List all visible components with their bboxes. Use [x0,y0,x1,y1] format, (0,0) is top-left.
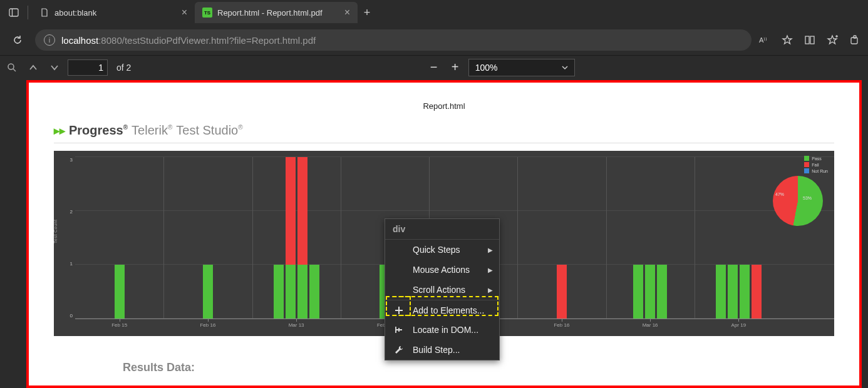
zoom-out-button[interactable]: − [426,59,442,76]
svg-rect-4 [810,36,814,44]
pie-chart [773,176,823,226]
menu-locate-in-dom[interactable]: Locate in DOM... [385,320,499,340]
sidebar-toggle-button[interactable] [4,3,24,23]
svg-text:A⁾⁾: A⁾⁾ [759,36,767,44]
close-icon[interactable]: × [344,7,350,18]
menu-label: Add to Elements... [413,305,484,315]
refresh-button[interactable] [8,30,28,50]
chevron-down-icon [562,64,568,71]
legend-item-fail: Fail [804,162,828,167]
favorite-icon[interactable] [782,34,793,46]
context-menu-header: div [385,219,499,240]
submenu-arrow-icon: ▶ [488,267,493,273]
zoom-select[interactable]: 100% [468,59,575,76]
y-axis-label: Test Count [53,220,58,243]
close-icon[interactable]: × [182,7,187,18]
menu-scroll-actions[interactable]: Scroll Actions ▶ [385,280,499,300]
tab-report-pdf[interactable]: TS Report.html - Report.html.pdf × [195,2,358,23]
svg-rect-0 [9,9,18,16]
split-screen-icon[interactable] [804,34,815,46]
tab-title: about:blank [54,8,177,18]
site-info-icon[interactable]: i [44,34,55,46]
browser-right-icons: A⁾⁾ [759,34,860,46]
zoom-controls: − + 100% [426,59,575,76]
y-axis: 3210 [65,157,73,319]
page-number-input[interactable] [68,59,108,76]
submenu-arrow-icon: ▶ [488,247,493,253]
divider [54,143,834,143]
svg-point-9 [8,64,14,69]
submenu-arrow-icon: ▶ [488,287,493,294]
browser-tab-strip: about:blank × TS Report.html - Report.ht… [0,0,868,25]
menu-mouse-actions[interactable]: Mouse Actions ▶ [385,260,499,280]
chart-legend: Pass Fail Not Run [804,156,828,175]
extensions-icon[interactable] [849,34,860,46]
wrench-icon [393,344,405,356]
results-heading: Results Data: [123,361,859,374]
progress-logo-icon: ▸▸ [54,124,65,138]
brand-telerik: Telerik® [132,123,172,138]
page-icon [39,8,49,18]
divider [28,6,28,19]
pie-label-fail: 47% [775,192,784,197]
menu-label: Build Step... [413,345,460,355]
url-text: localhost:8080/testStudioPdfViewer.html?… [61,35,316,46]
url-field[interactable]: i localhost:8080/testStudioPdfViewer.htm… [35,29,752,51]
page-down-button[interactable] [46,59,63,76]
menu-label: Scroll Actions [413,285,465,295]
menu-label: Mouse Actions [413,265,470,275]
address-bar: i localhost:8080/testStudioPdfViewer.htm… [0,25,868,55]
brand-teststudio: Test Studio® [176,123,242,138]
zoom-in-button[interactable]: + [447,59,463,76]
read-aloud-icon[interactable]: A⁾⁾ [759,34,770,46]
menu-add-to-elements[interactable]: Add to Elements... [385,300,499,320]
menu-build-step[interactable]: Build Step... [385,340,499,360]
menu-quick-steps[interactable]: Quick Steps ▶ [385,240,499,260]
tab-title: Report.html - Report.html.pdf [217,8,339,18]
legend-item-pass: Pass [804,156,828,161]
svg-rect-3 [805,36,809,44]
new-tab-button[interactable]: + [358,3,376,22]
pie-label-pass: 53% [803,196,812,200]
plus-icon [393,304,405,317]
svg-rect-8 [854,36,856,38]
menu-label: Locate in DOM... [413,325,478,335]
element-context-menu: div Quick Steps ▶ Mouse Actions ▶ Scroll… [385,218,500,360]
page-count-label: of 2 [116,63,131,73]
url-host: localhost [61,35,98,46]
search-icon[interactable] [4,59,20,76]
tab-about-blank[interactable]: about:blank × [32,2,195,23]
pdf-toolbar: of 2 − + 100% [0,55,868,79]
url-path: :8080/testStudioPdfViewer.html?file=Repo… [98,35,316,46]
zoom-value: 100% [475,63,498,73]
locate-icon [393,324,405,336]
page-title: Report.html [29,101,859,111]
collections-icon[interactable] [827,34,838,46]
teststudio-favicon: TS [202,8,212,18]
page-up-button[interactable] [25,59,41,76]
menu-label: Quick Steps [413,245,460,255]
brand-progress: Progress® [69,123,128,138]
brand-row: ▸▸ Progress® Telerik® Test Studio® [54,123,859,138]
svg-line-10 [13,69,16,71]
legend-item-notrun: Not Run [804,168,828,173]
